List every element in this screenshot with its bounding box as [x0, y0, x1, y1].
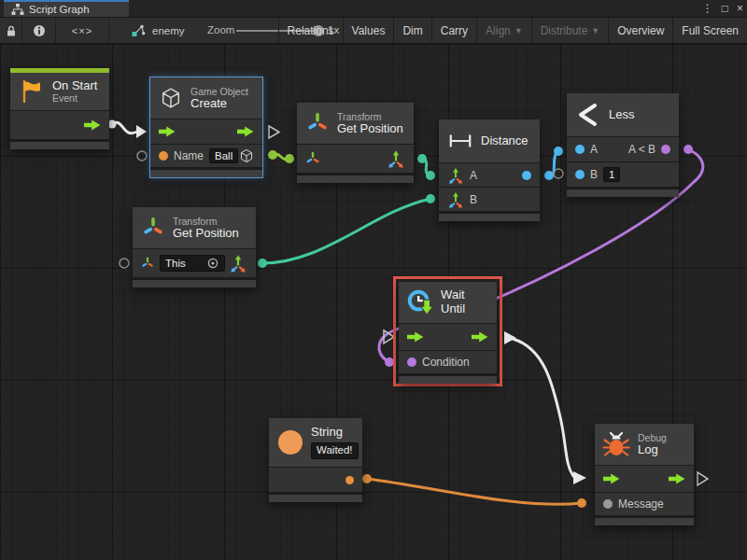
- node-title: Less: [609, 108, 634, 122]
- name-input-port[interactable]: [159, 151, 168, 161]
- condition-input-port[interactable]: [407, 357, 416, 367]
- object-picker-icon[interactable]: [206, 257, 219, 270]
- node-footer: [439, 214, 540, 221]
- node-title: Get Position: [337, 122, 403, 136]
- string-icon: [278, 430, 303, 455]
- node-header: On Start Event: [10, 73, 109, 110]
- node-header: Transform Get Position: [297, 103, 414, 144]
- exec-in-port[interactable]: [603, 473, 620, 484]
- zoom-label: Zoom: [207, 24, 234, 35]
- graph-tab-icon: [11, 3, 24, 16]
- tab-title: Script Graph: [29, 4, 90, 15]
- exec-in-port[interactable]: [407, 331, 424, 343]
- relations-button[interactable]: Relations: [278, 18, 343, 43]
- exec-out-port[interactable]: [669, 473, 685, 484]
- message-input-port[interactable]: [603, 499, 613, 509]
- vector-in-port[interactable]: [447, 191, 464, 208]
- node-title: On Start: [52, 79, 97, 93]
- port-row: A: [439, 163, 540, 187]
- tab-script-graph[interactable]: Script Graph: [4, 0, 129, 17]
- exec-out-port[interactable]: [84, 119, 101, 131]
- port-row: [297, 145, 414, 173]
- node-title: Distance: [481, 134, 529, 148]
- flag-icon: [20, 79, 44, 104]
- node-header: Less: [567, 93, 679, 136]
- result-out-port[interactable]: [661, 145, 670, 154]
- bug-icon: [602, 430, 630, 458]
- fullscreen-button[interactable]: Full Screen: [672, 18, 747, 43]
- b-input-port[interactable]: [575, 170, 585, 179]
- overview-button[interactable]: Overview: [608, 18, 672, 43]
- cube-icon: [160, 87, 182, 109]
- code-icon: <×>: [72, 25, 92, 36]
- string-out-port[interactable]: [345, 476, 354, 484]
- node-get-position-bottom[interactable]: Transform Get Position This: [133, 207, 256, 287]
- node-header: String Waited!: [269, 418, 362, 467]
- window-tab-bar: Script Graph ⋮ □ ×: [0, 0, 747, 18]
- distribute-dropdown[interactable]: Distribute▼: [531, 18, 609, 43]
- chevron-down-icon: ▼: [514, 26, 523, 35]
- node-string-literal[interactable]: String Waited!: [269, 418, 362, 502]
- node-get-position-top[interactable]: Transform Get Position: [297, 103, 414, 183]
- position-out-port[interactable]: [229, 254, 247, 273]
- window-menu-button[interactable]: ⋮: [702, 2, 713, 15]
- target-field[interactable]: This: [160, 255, 225, 272]
- maximize-button[interactable]: □: [722, 2, 728, 15]
- port-row: [150, 119, 262, 144]
- string-value-field[interactable]: Waited!: [311, 442, 359, 458]
- close-button[interactable]: ×: [737, 2, 743, 15]
- lock-icon: [5, 24, 18, 37]
- values-button[interactable]: Values: [343, 18, 394, 43]
- chevron-down-icon: ▼: [591, 26, 599, 35]
- wait-until-icon: [406, 287, 434, 317]
- exec-out-port[interactable]: [472, 331, 488, 343]
- node-footer: [399, 376, 497, 384]
- port-label: Condition: [422, 356, 470, 369]
- b-value-field[interactable]: 1: [603, 167, 620, 182]
- lock-button[interactable]: [0, 18, 22, 43]
- node-wait-until[interactable]: Wait Until Condition: [399, 282, 497, 384]
- port-row: [399, 324, 497, 350]
- port-row: [595, 466, 694, 492]
- node-footer: [595, 518, 694, 525]
- node-title: Log: [638, 443, 667, 457]
- graph-name-chip[interactable]: enemy: [124, 18, 192, 43]
- a-input-port[interactable]: [575, 145, 585, 154]
- node-debug-log[interactable]: Debug Log Message: [595, 424, 694, 525]
- transform-in-port[interactable]: [141, 257, 154, 270]
- node-title: Wait Until: [441, 288, 489, 316]
- distance-icon: [448, 133, 472, 148]
- carry-button[interactable]: Carry: [431, 18, 476, 43]
- exec-out-port[interactable]: [237, 126, 254, 137]
- transform-in-port[interactable]: [305, 151, 320, 166]
- node-header: Game Object Create: [150, 77, 262, 119]
- toolbar-toggles: Relations Values Dim Carry Align▼ Distri…: [278, 18, 747, 43]
- port-row: [269, 468, 362, 492]
- node-header: Wait Until: [399, 282, 497, 323]
- node-subtitle: Game Object: [190, 86, 248, 97]
- node-header: Transform Get Position: [133, 207, 256, 248]
- info-button[interactable]: [22, 18, 56, 43]
- node-less[interactable]: Less A A < B B 1: [567, 93, 679, 197]
- name-value-field[interactable]: Ball: [209, 148, 238, 163]
- node-subtitle: Debug: [638, 432, 667, 443]
- port-row: B: [439, 188, 540, 211]
- node-on-start-event[interactable]: On Start Event: [10, 68, 109, 149]
- align-dropdown[interactable]: Align▼: [476, 18, 531, 43]
- port-label: A < B: [628, 143, 655, 156]
- node-footer: [10, 142, 109, 149]
- vector-in-port[interactable]: [447, 167, 464, 184]
- node-distance[interactable]: Distance A B: [439, 119, 540, 221]
- dim-button[interactable]: Dim: [393, 18, 430, 43]
- port-label: B: [470, 193, 477, 206]
- gameobject-out-port[interactable]: [239, 148, 254, 163]
- port-row: A A < B: [567, 137, 679, 161]
- port-row: B 1: [567, 162, 679, 187]
- code-view-button[interactable]: <×>: [56, 18, 109, 43]
- position-out-port[interactable]: [387, 149, 405, 168]
- node-create-gameobject[interactable]: Game Object Create Name Ball: [150, 77, 262, 177]
- exec-in-port[interactable]: [159, 126, 176, 137]
- number-out-port[interactable]: [522, 171, 531, 180]
- node-footer: [133, 280, 256, 287]
- node-title: Create: [190, 97, 248, 111]
